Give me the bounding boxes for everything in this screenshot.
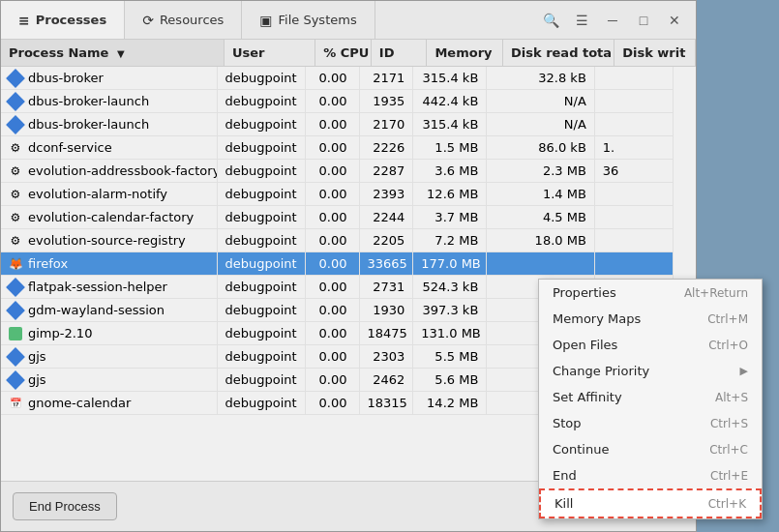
process-disk-write-cell — [594, 67, 673, 90]
menu-item-properties[interactable]: PropertiesAlt+Return — [539, 280, 762, 306]
process-user-cell: debugpoint — [217, 276, 305, 299]
menu-shortcut-continue: Ctrl+C — [709, 443, 748, 457]
menu-item-memory_maps[interactable]: Memory MapsCtrl+M — [539, 306, 762, 332]
process-user-cell: debugpoint — [217, 160, 305, 183]
table-row[interactable]: ⚙ evolution-calendar-factory debugpoint … — [1, 206, 674, 229]
table-row[interactable]: 🦊 firefox debugpoint 0.00 33665 177.0 MB — [1, 252, 674, 276]
table-row[interactable]: dbus-broker debugpoint 0.00 2171 315.4 k… — [1, 67, 674, 90]
process-name-cell: flatpak-session-helper — [1, 276, 217, 299]
process-name-label: evolution-calendar-factory — [28, 210, 194, 224]
process-name-cell: gjs — [1, 369, 217, 392]
diamond-icon — [6, 301, 25, 320]
process-name-cell: dbus-broker-launch — [1, 113, 217, 136]
process-id-cell: 2287 — [359, 160, 413, 183]
table-row[interactable]: ⚙ evolution-source-registry debugpoint 0… — [1, 229, 674, 252]
table-row[interactable]: ⚙ dconf-service debugpoint 0.00 2226 1.5… — [1, 136, 674, 160]
menu-button[interactable]: ☰ — [568, 7, 595, 34]
process-memory-cell: 12.6 MB — [413, 183, 487, 206]
process-memory-cell: 5.5 MB — [413, 345, 487, 369]
process-cpu-cell: 0.00 — [305, 183, 359, 206]
process-id-cell: 2205 — [359, 229, 413, 252]
process-name-cell: dbus-broker-launch — [1, 90, 217, 113]
table-row[interactable]: ⚙ evolution-addressbook-factory debugpoi… — [1, 160, 674, 183]
menu-item-set_affinity[interactable]: Set AffinityAlt+S — [539, 384, 762, 410]
maximize-button[interactable]: □ — [630, 7, 657, 34]
process-memory-cell: 315.4 kB — [413, 113, 487, 136]
minimize-button[interactable]: ─ — [599, 7, 626, 34]
menu-shortcut-change_priority: ▶ — [740, 365, 748, 377]
tab-resources[interactable]: ⟳ Resources — [125, 1, 242, 39]
menu-item-change_priority[interactable]: Change Priority▶ — [539, 358, 762, 384]
gimp-icon — [9, 327, 22, 340]
process-cpu-cell: 0.00 — [305, 276, 359, 299]
menu-shortcut-set_affinity: Alt+S — [715, 391, 748, 404]
process-table-header: Process Name ▼ User % CPU ID Memory Disk… — [1, 40, 696, 67]
col-header-name[interactable]: Process Name ▼ — [1, 40, 224, 67]
process-user-cell: debugpoint — [217, 392, 305, 415]
menu-item-continue[interactable]: ContinueCtrl+C — [539, 436, 762, 462]
process-memory-cell: 397.3 kB — [413, 299, 487, 322]
process-memory-cell: 3.7 MB — [413, 206, 487, 229]
process-memory-cell: 177.0 MB — [413, 252, 487, 276]
tab-processes[interactable]: ≡ Processes — [1, 1, 125, 39]
menu-shortcut-memory_maps: Ctrl+M — [707, 312, 748, 326]
process-memory-cell: 7.2 MB — [413, 229, 487, 252]
menu-label-continue: Continue — [553, 442, 609, 457]
col-header-disk-write[interactable]: Disk writ — [614, 40, 696, 67]
menu-item-kill[interactable]: KillCtrl+K — [539, 488, 762, 518]
menu-item-end[interactable]: EndCtrl+E — [539, 462, 762, 488]
window-controls: 🔍 ☰ ─ □ ✕ — [529, 1, 696, 39]
process-id-cell: 2303 — [359, 345, 413, 369]
table-row[interactable]: dbus-broker-launch debugpoint 0.00 1935 … — [1, 90, 674, 113]
tab-resources-label: Resources — [160, 13, 224, 27]
menu-label-stop: Stop — [553, 416, 582, 430]
process-id-cell: 2170 — [359, 113, 413, 136]
process-id-cell: 18315 — [359, 392, 413, 415]
col-header-id[interactable]: ID — [371, 40, 427, 67]
process-user-cell: debugpoint — [217, 136, 305, 160]
process-user-cell: debugpoint — [217, 322, 305, 345]
process-disk-write-cell: 1. — [594, 136, 673, 160]
gear-icon: ⚙ — [9, 164, 22, 178]
process-name-cell: ⚙ evolution-calendar-factory — [1, 206, 217, 229]
process-cpu-cell: 0.00 — [305, 369, 359, 392]
process-name-label: gjs — [28, 372, 46, 387]
process-cpu-cell: 0.00 — [305, 345, 359, 369]
process-user-cell: debugpoint — [217, 345, 305, 369]
search-button[interactable]: 🔍 — [537, 7, 564, 34]
process-memory-cell: 315.4 kB — [413, 67, 487, 90]
process-name-cell: dbus-broker — [1, 67, 217, 90]
col-header-disk-read[interactable]: Disk read tota — [502, 40, 614, 67]
col-header-cpu[interactable]: % CPU — [315, 40, 372, 67]
table-row[interactable]: ⚙ evolution-alarm-notify debugpoint 0.00… — [1, 183, 674, 206]
process-user-cell: debugpoint — [217, 369, 305, 392]
process-name-cell: 📅 gnome-calendar — [1, 392, 217, 415]
calendar-icon: 📅 — [9, 397, 22, 410]
process-cpu-cell: 0.00 — [305, 113, 359, 136]
process-disk-write-cell — [594, 183, 673, 206]
titlebar: ≡ Processes ⟳ Resources ▣ File Systems 🔍… — [1, 1, 696, 40]
diamond-icon — [6, 92, 25, 111]
process-disk-read-cell: 86.0 kB — [487, 136, 595, 160]
menu-shortcut-properties: Alt+Return — [684, 286, 748, 300]
process-disk-read-cell: N/A — [487, 90, 595, 113]
process-cpu-cell: 0.00 — [305, 229, 359, 252]
process-disk-write-cell — [594, 113, 673, 136]
end-process-button[interactable]: End Process — [13, 492, 117, 520]
menu-label-change_priority: Change Priority — [553, 364, 649, 378]
col-header-memory[interactable]: Memory — [427, 40, 503, 67]
process-disk-read-cell: 2.3 MB — [487, 160, 595, 183]
table-row[interactable]: dbus-broker-launch debugpoint 0.00 2170 … — [1, 113, 674, 136]
tab-processes-label: Processes — [36, 13, 106, 27]
menu-item-stop[interactable]: StopCtrl+S — [539, 410, 762, 436]
process-name-label: dbus-broker-launch — [28, 94, 149, 108]
tab-filesystems[interactable]: ▣ File Systems — [242, 1, 375, 39]
menu-label-memory_maps: Memory Maps — [553, 311, 641, 326]
close-button[interactable]: ✕ — [661, 7, 688, 34]
diamond-icon — [6, 115, 25, 134]
process-disk-read-cell: 32.8 kB — [487, 67, 595, 90]
menu-shortcut-kill: Ctrl+K — [708, 497, 746, 511]
menu-item-open_files[interactable]: Open FilesCtrl+O — [539, 332, 762, 358]
process-name-label: firefox — [28, 256, 68, 271]
col-header-user[interactable]: User — [224, 40, 315, 67]
